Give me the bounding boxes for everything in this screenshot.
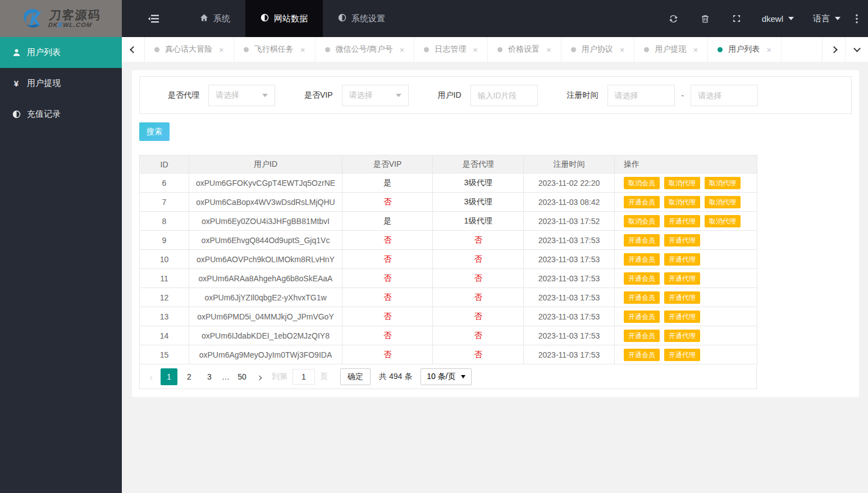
tab-飞行棋任务[interactable]: 飞行棋任务×: [234, 37, 316, 62]
action-button-开通代理[interactable]: 开通代理: [664, 253, 700, 266]
action-button-开通会员[interactable]: 开通会员: [624, 272, 660, 285]
column-header: 注册时间: [524, 156, 615, 174]
page-jump-input[interactable]: [293, 369, 315, 385]
action-button-取消代理[interactable]: 取消代理: [664, 196, 700, 208]
user-id-cell: oxPUm6JjYZIl0qbgE2-yXhvxTG1w: [189, 288, 342, 307]
action-button-开通会员[interactable]: 开通会员: [624, 291, 660, 304]
search-button[interactable]: 搜索: [139, 122, 170, 141]
tab-用户列表[interactable]: 用户列表×: [708, 37, 782, 62]
vip-cell: 否: [342, 307, 433, 326]
page-next-icon[interactable]: [258, 372, 261, 381]
tab-dot-icon: [718, 47, 723, 52]
action-button-开通代理[interactable]: 开通代理: [664, 349, 700, 361]
nav-item-网站数据[interactable]: 网站数据: [245, 0, 323, 37]
tab-价格设置[interactable]: 价格设置×: [488, 37, 561, 62]
agent-cell: 否: [433, 250, 524, 269]
actions-cell: 开通会员开通代理: [615, 269, 757, 288]
column-header: ID: [140, 156, 189, 174]
action-button-取消代理[interactable]: 取消代理: [705, 177, 741, 189]
brand-text: 刀客源码 DKEWL.COM: [48, 9, 102, 28]
action-button-开通代理[interactable]: 开通代理: [664, 234, 700, 247]
action-button-开通会员[interactable]: 开通会员: [624, 311, 660, 323]
tab-label: 日志管理: [435, 44, 466, 54]
id-cell: 11: [140, 269, 189, 288]
tab-close-icon[interactable]: ×: [300, 45, 305, 54]
chevron-down-icon: [461, 375, 465, 378]
tabs-scroll-left-icon[interactable]: [122, 37, 145, 62]
brand-subtitle: DKEWL.COM: [48, 21, 100, 28]
fullscreen-icon[interactable]: [721, 14, 752, 23]
action-button-开通会员[interactable]: 开通会员: [624, 330, 660, 342]
refresh-icon[interactable]: [657, 14, 689, 24]
actions-cell: 开通会员开通代理: [615, 326, 757, 345]
action-button-开通会员[interactable]: 开通会员: [624, 349, 660, 361]
action-button-开通代理[interactable]: 开通代理: [664, 311, 700, 323]
tab-日志管理[interactable]: 日志管理×: [414, 37, 488, 62]
action-button-取消代理[interactable]: 取消代理: [705, 215, 741, 227]
action-button-取消代理[interactable]: 取消代理: [664, 177, 700, 189]
table-row: 14oxPUm6IJdabKDEI_1ebO2MJzQIY8否否2023-11-…: [140, 326, 757, 345]
nav-item-系统[interactable]: 系统: [185, 0, 245, 37]
action-button-开通代理[interactable]: 开通代理: [664, 215, 700, 227]
language-label: 语言: [813, 13, 830, 24]
tab-微信公号/商户号[interactable]: 微信公号/商户号×: [316, 37, 415, 62]
agent-cell: 否: [433, 231, 524, 250]
table-row: 8oxPUm6Ey0ZOU4i3JHFgBB81MtbvI是1级代理2023-1…: [140, 212, 757, 231]
tab-close-icon[interactable]: ×: [693, 45, 698, 54]
tabs-collapse-icon[interactable]: [845, 37, 868, 62]
agent-cell: 否: [433, 326, 524, 345]
actions-cell: 取消会员开通代理取消代理: [615, 212, 757, 231]
user-icon: [11, 48, 21, 57]
tab-close-icon[interactable]: ×: [399, 45, 404, 54]
language-menu[interactable]: 语言: [803, 13, 850, 24]
action-button-取消代理[interactable]: 取消代理: [705, 196, 741, 208]
sidebar-item-充值记录[interactable]: 充值记录: [0, 99, 122, 130]
tab-close-icon[interactable]: ×: [620, 45, 625, 54]
tab-用户协议[interactable]: 用户协议×: [561, 37, 635, 62]
page-prev-icon[interactable]: [150, 372, 154, 381]
tab-close-icon[interactable]: ×: [546, 45, 551, 54]
agent-select[interactable]: 请选择: [208, 85, 275, 106]
sidebar-toggle-icon[interactable]: [122, 0, 185, 37]
action-button-开通会员[interactable]: 开通会员: [624, 196, 660, 208]
action-button-取消会员[interactable]: 取消会员: [624, 215, 660, 227]
action-button-开通会员[interactable]: 开通会员: [624, 234, 660, 247]
page-button-2[interactable]: 2: [181, 368, 198, 385]
vip-cell: 否: [342, 326, 433, 345]
tabs-scroll-right-icon[interactable]: [822, 37, 845, 62]
agent-cell: 3级代理: [433, 174, 524, 193]
tab-真心话大冒险[interactable]: 真心话大冒险×: [145, 37, 234, 62]
action-button-开通会员[interactable]: 开通会员: [624, 253, 660, 266]
sidebar-item-用户列表[interactable]: 用户列表: [0, 37, 122, 68]
id-cell: 14: [140, 326, 189, 345]
more-kebab-icon[interactable]: [850, 14, 868, 24]
page-button-3[interactable]: 3: [201, 368, 218, 385]
tab-close-icon[interactable]: ×: [766, 45, 771, 54]
userid-input[interactable]: [470, 85, 538, 106]
vip-select[interactable]: 请选择: [342, 85, 409, 106]
page-size-select[interactable]: 10 条/页: [421, 368, 471, 385]
filter-agent-label: 是否代理: [168, 90, 199, 101]
nav-item-系统设置[interactable]: 系统设置: [323, 0, 400, 37]
id-cell: 8: [140, 212, 189, 231]
tab-close-icon[interactable]: ×: [473, 45, 478, 54]
table-row: 15oxPUm6Ag9MeyOJyIm0TWj3FO9IDA否否2023-11-…: [140, 345, 757, 364]
action-button-取消会员[interactable]: 取消会员: [624, 177, 660, 189]
action-button-开通代理[interactable]: 开通代理: [664, 330, 700, 342]
tab-close-icon[interactable]: ×: [219, 45, 224, 54]
time-start-input[interactable]: [607, 85, 675, 106]
time-end-input[interactable]: [691, 85, 758, 106]
action-button-开通代理[interactable]: 开通代理: [664, 272, 700, 285]
page-button-1[interactable]: 1: [161, 368, 177, 385]
filter-userid: 用户ID: [438, 85, 538, 106]
sidebar-item-用户提现[interactable]: ¥用户提现: [0, 68, 122, 99]
brand-logo: 刀客源码 DKEWL.COM: [0, 0, 122, 37]
confirm-button[interactable]: 确定: [340, 368, 371, 385]
user-menu[interactable]: dkewl: [752, 14, 803, 24]
nav-item-label: 网站数据: [274, 13, 308, 24]
action-button-开通代理[interactable]: 开通代理: [664, 291, 700, 304]
clear-cache-trash-icon[interactable]: [689, 14, 721, 24]
tab-用户提现[interactable]: 用户提现×: [634, 37, 708, 62]
yen-icon: ¥: [11, 79, 21, 88]
page-button-50[interactable]: 50: [234, 368, 250, 385]
